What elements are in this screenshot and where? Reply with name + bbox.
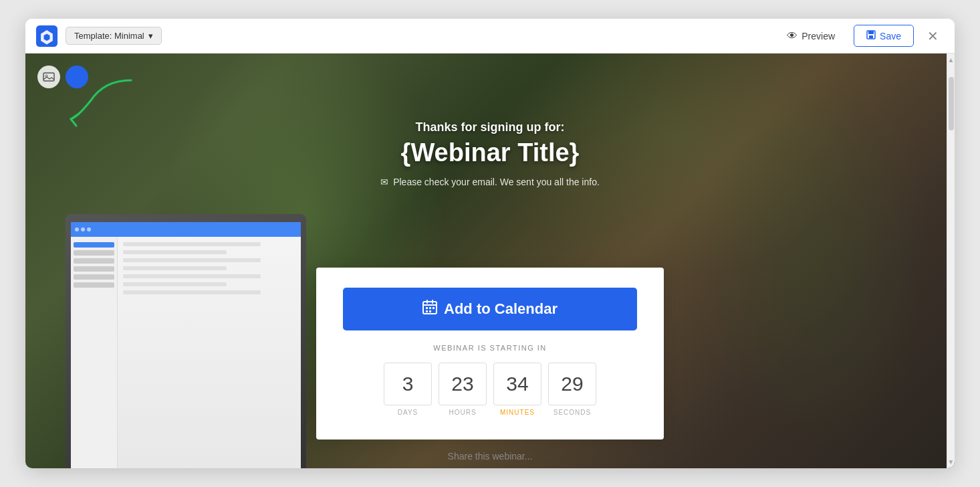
seconds-value: 29 xyxy=(548,363,596,405)
email-note-text: Please check your email. We sent you all… xyxy=(393,177,600,187)
close-icon: ✕ xyxy=(927,29,939,43)
share-label: Share this webinar... xyxy=(448,451,533,462)
countdown-hours: 23 HOURS xyxy=(439,363,487,416)
template-label: Template: Minimal xyxy=(74,31,144,41)
chevron-down-icon: ▾ xyxy=(148,31,153,41)
add-to-calendar-label: Add to Calendar xyxy=(444,300,558,318)
share-footer: Share this webinar... xyxy=(448,451,533,468)
svg-rect-8 xyxy=(429,307,431,309)
svg-rect-11 xyxy=(429,310,431,312)
edit-controls xyxy=(37,66,88,88)
countdown-days: 3 DAYS xyxy=(384,363,432,416)
app-logo xyxy=(36,25,57,47)
envelope-icon: ✉ xyxy=(380,177,388,187)
days-value: 3 xyxy=(384,363,432,405)
save-icon xyxy=(866,30,876,41)
countdown-timer: 3 DAYS 23 HOURS 34 MINUTES 29 SECONDS xyxy=(343,363,637,416)
hero-text-block: Thanks for signing up for: {Webinar Titl… xyxy=(323,120,657,187)
action-card: Add to Calendar WEBINAR IS STARTING IN 3… xyxy=(316,268,664,440)
thanks-text: Thanks for signing up for: xyxy=(323,120,657,134)
save-button[interactable]: Save xyxy=(854,25,914,47)
minutes-label: MINUTES xyxy=(500,409,535,416)
countdown-seconds: 29 SECONDS xyxy=(548,363,596,416)
days-label: DAYS xyxy=(398,409,418,416)
webinar-starting-label: WEBINAR IS STARTING IN xyxy=(343,344,637,352)
preview-button[interactable]: 👁 Preview xyxy=(776,25,846,47)
template-selector[interactable]: Template: Minimal ▾ xyxy=(66,27,162,45)
webinar-title: {Webinar Title} xyxy=(323,138,657,167)
topbar: Template: Minimal ▾ 👁 Preview Save ✕ xyxy=(25,19,955,54)
close-button[interactable]: ✕ xyxy=(922,25,944,47)
svg-rect-7 xyxy=(426,307,428,309)
svg-rect-3 xyxy=(869,35,873,38)
calendar-icon xyxy=(422,300,437,318)
countdown-minutes: 34 MINUTES xyxy=(493,363,541,416)
topbar-actions: 👁 Preview Save ✕ xyxy=(776,25,944,47)
hours-value: 23 xyxy=(439,363,487,405)
seconds-label: SECONDS xyxy=(554,409,591,416)
edit-blue-indicator[interactable] xyxy=(66,66,88,88)
svg-rect-9 xyxy=(433,307,435,309)
image-edit-icon[interactable] xyxy=(37,66,60,88)
add-to-calendar-button[interactable]: Add to Calendar xyxy=(343,288,637,330)
preview-label: Preview xyxy=(802,31,835,41)
svg-rect-10 xyxy=(426,310,428,312)
email-note: ✉ Please check your email. We sent you a… xyxy=(323,177,657,187)
laptop-decoration xyxy=(66,214,306,468)
app-window: Template: Minimal ▾ 👁 Preview Save ✕ xyxy=(25,19,955,468)
svg-rect-2 xyxy=(868,31,874,34)
svg-rect-4 xyxy=(43,73,54,81)
eye-icon: 👁 xyxy=(787,30,798,42)
content-area: Thanks for signing up for: {Webinar Titl… xyxy=(25,54,955,468)
svg-point-5 xyxy=(45,75,47,77)
save-label: Save xyxy=(880,31,901,41)
hours-label: HOURS xyxy=(449,409,476,416)
minutes-value: 34 xyxy=(493,363,541,405)
